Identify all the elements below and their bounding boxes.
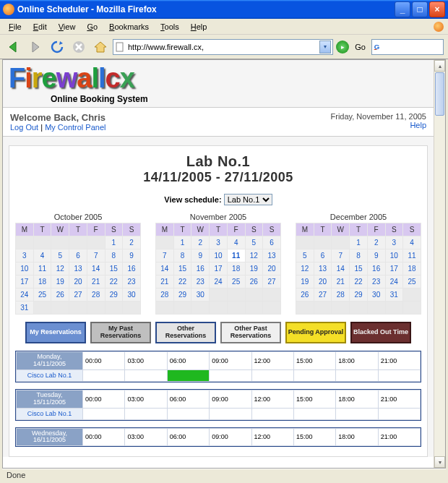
forward-button[interactable] <box>26 38 45 56</box>
calendar-day[interactable]: 22 <box>173 275 191 288</box>
calendar-day[interactable]: 6 <box>263 236 281 249</box>
calendar-day[interactable]: 13 <box>314 262 332 275</box>
calendar-day[interactable]: 7 <box>332 249 350 262</box>
calendar-day[interactable]: 1 <box>105 236 123 249</box>
calendar-day[interactable]: 18 <box>403 262 421 275</box>
calendar-day[interactable]: 24 <box>210 275 228 288</box>
time-slot[interactable] <box>210 408 251 419</box>
calendar-day[interactable]: 8 <box>173 249 191 262</box>
calendar-day[interactable]: 15 <box>105 262 123 275</box>
calendar-day[interactable]: 21 <box>156 275 174 288</box>
calendar-day[interactable]: 18 <box>33 275 51 288</box>
calendar-day[interactable]: 2 <box>367 236 385 249</box>
calendar-day[interactable]: 20 <box>263 262 281 275</box>
time-slot[interactable] <box>336 408 378 419</box>
calendar-day[interactable]: 26 <box>51 288 69 302</box>
calendar-day[interactable]: 16 <box>191 262 210 275</box>
lab-row-label[interactable]: Cisco Lab No.1 <box>17 369 83 381</box>
calendar-day[interactable]: 16 <box>123 262 141 275</box>
calendar-day[interactable]: 16 <box>367 262 385 275</box>
calendar-day[interactable]: 10 <box>16 262 34 275</box>
calendar-day[interactable]: 20 <box>69 275 87 288</box>
calendar-day[interactable]: 30 <box>191 288 210 302</box>
calendar-day[interactable]: 28 <box>87 288 105 302</box>
scroll-up-button[interactable]: ▴ <box>434 60 445 72</box>
menu-view[interactable]: View <box>54 21 80 33</box>
calendar-day[interactable]: 15 <box>173 262 191 275</box>
calendar-day[interactable]: 3 <box>16 249 34 262</box>
calendar-day[interactable]: 27 <box>69 288 87 302</box>
calendar-day[interactable]: 14 <box>332 262 350 275</box>
calendar-day[interactable]: 3 <box>210 236 228 249</box>
calendar-day[interactable]: 23 <box>367 275 385 288</box>
calendar-day[interactable]: 2 <box>191 236 210 249</box>
time-slot[interactable] <box>83 369 125 381</box>
time-slot[interactable] <box>378 408 420 419</box>
time-slot[interactable] <box>167 369 209 381</box>
reload-button[interactable] <box>48 38 66 56</box>
calendar-day[interactable]: 4 <box>33 249 51 262</box>
calendar-day[interactable]: 28 <box>332 288 350 302</box>
calendar-day[interactable]: 13 <box>69 262 87 275</box>
calendar-day[interactable]: 20 <box>314 275 332 288</box>
menu-bookmarks[interactable]: Bookmarks <box>105 21 153 33</box>
maximize-button[interactable]: □ <box>412 1 428 17</box>
calendar-day[interactable]: 12 <box>245 249 263 262</box>
calendar-day[interactable]: 27 <box>263 275 281 288</box>
menu-tools[interactable]: Tools <box>156 21 184 33</box>
calendar-day[interactable]: 4 <box>403 236 421 249</box>
calendar-day[interactable]: 8 <box>350 249 368 262</box>
calendar-day[interactable]: 7 <box>87 249 105 262</box>
calendar-day[interactable]: 17 <box>385 262 403 275</box>
calendar-day[interactable]: 7 <box>156 249 174 262</box>
calendar-day[interactable]: 29 <box>350 288 368 302</box>
time-slot[interactable] <box>378 369 420 381</box>
help-link[interactable]: Help <box>410 121 426 129</box>
calendar-day[interactable]: 14 <box>87 262 105 275</box>
calendar-day[interactable]: 19 <box>296 275 314 288</box>
time-slot[interactable] <box>293 408 335 419</box>
calendar-day[interactable]: 29 <box>105 288 123 302</box>
calendar-day[interactable]: 29 <box>173 288 191 302</box>
home-button[interactable] <box>91 38 110 56</box>
time-slot[interactable] <box>83 408 125 419</box>
calendar-day[interactable]: 22 <box>105 275 123 288</box>
calendar-day[interactable]: 22 <box>350 275 368 288</box>
calendar-day[interactable]: 25 <box>403 275 421 288</box>
calendar-day[interactable]: 5 <box>51 249 69 262</box>
scroll-down-button[interactable]: ▾ <box>434 456 445 468</box>
calendar-day[interactable]: 21 <box>332 275 350 288</box>
calendar-day[interactable]: 1 <box>350 236 368 249</box>
calendar-day[interactable]: 28 <box>156 288 174 302</box>
time-slot[interactable] <box>167 408 209 419</box>
calendar-day[interactable]: 24 <box>16 288 34 302</box>
calendar-day[interactable]: 26 <box>296 288 314 302</box>
calendar-day[interactable]: 17 <box>210 262 228 275</box>
calendar-day[interactable]: 9 <box>123 249 141 262</box>
url-dropdown[interactable]: ▾ <box>319 40 331 54</box>
calendar-day[interactable]: 3 <box>385 236 403 249</box>
calendar-day[interactable]: 15 <box>350 262 368 275</box>
calendar-day[interactable]: 21 <box>87 275 105 288</box>
calendar-day[interactable]: 2 <box>123 236 141 249</box>
go-button[interactable]: ▸ <box>336 40 349 54</box>
address-bar[interactable]: ▾ <box>113 39 333 55</box>
calendar-day[interactable]: 5 <box>296 249 314 262</box>
calendar-day[interactable]: 24 <box>385 275 403 288</box>
url-input[interactable] <box>125 43 319 51</box>
close-button[interactable]: × <box>429 1 445 17</box>
calendar-day[interactable]: 5 <box>245 236 263 249</box>
calendar-day[interactable]: 31 <box>16 302 34 315</box>
calendar-day[interactable]: 11 <box>227 249 245 262</box>
time-slot[interactable] <box>336 369 378 381</box>
calendar-day[interactable]: 23 <box>191 275 210 288</box>
menu-help[interactable]: Help <box>186 21 212 33</box>
lab-row-label[interactable]: Cisco Lab No.1 <box>17 408 83 419</box>
search-box[interactable]: G <box>371 39 444 55</box>
calendar-day[interactable]: 11 <box>403 249 421 262</box>
calendar-day[interactable]: 9 <box>191 249 210 262</box>
calendar-day[interactable]: 13 <box>263 249 281 262</box>
calendar-day[interactable]: 23 <box>123 275 141 288</box>
calendar-day[interactable]: 6 <box>69 249 87 262</box>
calendar-day[interactable]: 30 <box>367 288 385 302</box>
